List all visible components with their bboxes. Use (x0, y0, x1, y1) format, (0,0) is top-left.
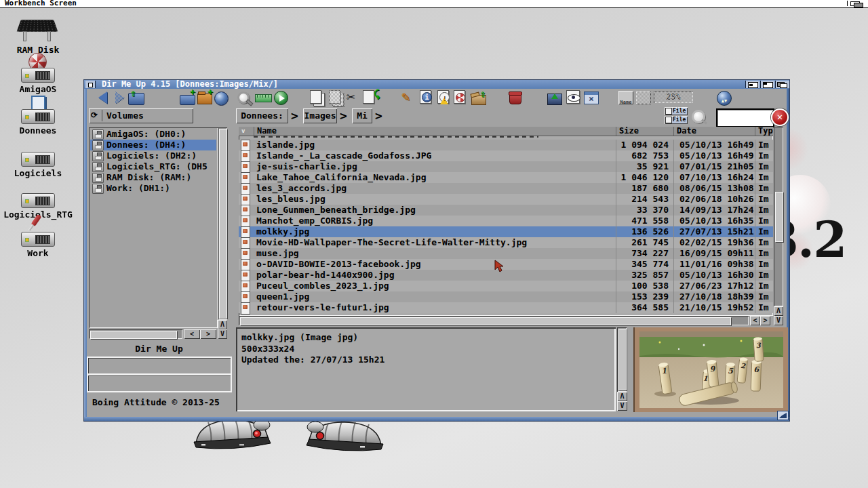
file-list-scroll-down-button[interactable]: V (774, 316, 783, 325)
volume-item[interactable]: Logiciels: (DH2:) (90, 150, 216, 161)
desktop-icon-work[interactable]: Work (5, 220, 71, 258)
screen-depth-gadget-icon[interactable] (847, 1, 865, 6)
cut-icon[interactable]: ✂ (346, 90, 362, 106)
desktop-icon-ram-disk[interactable]: RAM Disk (5, 16, 71, 55)
preview-eye-icon[interactable] (566, 90, 582, 106)
volume-item[interactable]: AmigaOS: (DH0:) (90, 129, 216, 140)
resize-gadget-icon[interactable] (777, 411, 789, 420)
desktop-icon-amigaos[interactable]: AmigaOS (5, 56, 71, 94)
file-list-hscrollbar[interactable] (239, 316, 749, 325)
screen-titlebar[interactable]: Workbench Screen (0, 0, 868, 8)
warning-icon[interactable] (437, 90, 453, 106)
boing-sphere-icon[interactable] (213, 90, 229, 106)
volume-item-selected[interactable]: Donnees: (DH4:) (90, 140, 216, 150)
run-icon[interactable] (273, 90, 289, 106)
disk-icon (92, 140, 104, 150)
file-list-vscrollbar[interactable] (774, 127, 783, 306)
volumes-vscrollbar[interactable] (218, 127, 227, 320)
file-row[interactable]: Lake_Tahoe_California_Nevada.jpg1 046 12… (239, 172, 773, 183)
close-gadget-icon[interactable] (85, 81, 96, 88)
forward-icon[interactable] (110, 90, 126, 106)
volumes-scroll-up-button[interactable]: Λ (218, 320, 227, 329)
info-panel-vscrollbar[interactable] (617, 327, 627, 392)
boing-mouse-graphic (304, 418, 385, 453)
volume-item[interactable]: Work: (DH1:) (90, 183, 216, 194)
file-list: v Name Size Date Typ islande.jpg1 094 02… (239, 127, 773, 316)
ram-disk-icon (5, 16, 71, 43)
volume-item[interactable]: Logiciels_RTG: (DH5 (90, 161, 216, 172)
file-row-selected[interactable]: molkky.jpg136 52627/07/13 15h21Im (239, 226, 773, 237)
add-drive-icon[interactable]: + (179, 90, 195, 106)
work-drive-icon (5, 220, 71, 247)
zoom-gadget-icon[interactable] (760, 81, 774, 88)
trash-icon[interactable] (507, 90, 524, 106)
file-row[interactable]: Manchot_emp_CORBIS.jpg471 55805/10/13 16… (239, 216, 773, 226)
clear-search-button[interactable]: ✕ (771, 108, 789, 126)
fit-button[interactable] (636, 91, 651, 104)
extract-archive-icon[interactable]: ⇧ (471, 90, 487, 106)
file-row[interactable]: islande.jpg1 094 02405/10/13 16h49Im (239, 140, 773, 150)
status-box (87, 357, 232, 375)
breadcrumb-mi[interactable]: Mi (352, 108, 372, 123)
sort-direction-icon[interactable]: ▲▼ (716, 90, 732, 106)
archive-upload-icon[interactable] (547, 90, 563, 106)
file-row[interactable]: muse.jpg734 22716/09/15 09h11Im (239, 248, 773, 259)
volumes-hscrollbar[interactable] (89, 329, 182, 339)
file-row[interactable]: polar-bear-hd-1440x900.jpg325 85705/10/1… (239, 270, 773, 281)
volume-item[interactable]: RAM Disk: (RAM:) (90, 172, 216, 183)
parent-drive-icon[interactable]: ⇧ (127, 90, 144, 106)
volumes-scroll-down-button[interactable]: V (218, 329, 227, 339)
view-selector-cycle[interactable]: ⟳ Volumes (89, 108, 193, 123)
boing-mouse-graphic (192, 416, 273, 451)
file-row[interactable]: queen1.jpg153 23927/10/18 18h39Im (239, 291, 773, 302)
depth-gadget-icon[interactable] (775, 81, 789, 88)
move-icon[interactable] (328, 90, 344, 106)
file-row[interactable]: les_3_accords.jpg187 68008/06/15 13h08Im (239, 183, 773, 194)
select-ruler-icon[interactable] (255, 90, 271, 106)
search-input[interactable] (716, 108, 774, 127)
file-filter-toggle[interactable]: File File (665, 107, 688, 125)
info-scroll-down-button[interactable]: V (617, 401, 627, 411)
iconify-gadget-icon[interactable] (745, 81, 760, 88)
file-list-header[interactable]: v Name Size Date Typ (239, 127, 773, 136)
disk-icon (92, 184, 104, 194)
search-icon[interactable] (236, 90, 252, 106)
file-list-scroll-up-button[interactable]: Λ (774, 306, 783, 316)
file-row[interactable]: Puceul_combles_2023_1.jpg100 53827/06/23… (239, 281, 773, 291)
progress-box (87, 374, 232, 392)
column-header-type[interactable]: Typ (755, 127, 773, 136)
image-preview[interactable]: 1 11 9 5 2 6 3 (633, 327, 788, 412)
file-list-scroll-left-button[interactable]: < (750, 316, 760, 325)
file-list-scroll-right-button[interactable]: > (760, 316, 770, 325)
copy-icon[interactable] (309, 90, 326, 106)
file-row[interactable]: o-DAVID-BOWIE-2013-facebook.jpg345 77411… (239, 259, 773, 270)
volumes-scroll-right-button[interactable]: > (200, 329, 216, 339)
breadcrumb-images[interactable]: Images (303, 108, 337, 123)
volumes-scroll-left-button[interactable]: < (184, 329, 200, 339)
breadcrumb-separator: > (291, 108, 298, 123)
column-header-name[interactable]: Name (254, 127, 619, 136)
edit-pencil-icon[interactable]: ✎ (401, 90, 418, 106)
boing-document-icon[interactable] (453, 90, 469, 106)
file-row[interactable]: je-suis-charlie.jpg35 92107/01/15 21h05I… (239, 161, 773, 172)
logiciels-rtg-drive-icon (1, 181, 75, 208)
info-icon[interactable]: i (419, 90, 435, 106)
file-row[interactable]: retour-vers-le-futur1.jpg364 58521/10/15… (239, 302, 773, 313)
column-header-date[interactable]: Date (673, 127, 758, 136)
desktop-icon-logiciels[interactable]: Logiciels (5, 140, 71, 178)
file-row[interactable]: Lone_Gunmen_beneath_bridge.jpg33 37014/0… (239, 205, 773, 216)
dir-me-up-window: Dir Me Up 4.15 [Donnees:Images/Mix/] ⇧ +… (84, 80, 789, 421)
paste-icon[interactable]: ⤹ (362, 90, 378, 106)
desktop-icon-donnees[interactable]: Donnees (5, 97, 71, 136)
file-row[interactable]: Islande_-_La_cascade_Godafoss.JPG682 753… (239, 150, 773, 161)
column-header-size[interactable]: Size (616, 127, 677, 136)
back-icon[interactable] (92, 90, 108, 106)
breadcrumb-donnees[interactable]: Donnees: (236, 108, 288, 123)
sort-field-button[interactable]: Name (618, 91, 633, 104)
close-window-icon[interactable] (583, 90, 599, 106)
search-icon (692, 110, 705, 123)
file-row[interactable]: Movie-HD-Wallpaper-The-Secret-Life-Walte… (239, 237, 773, 248)
add-folder-icon[interactable]: + (197, 90, 213, 106)
file-row[interactable]: les_bleus.jpg214 54302/06/18 10h26Im (239, 194, 773, 205)
info-scroll-up-button[interactable]: Λ (617, 392, 627, 401)
